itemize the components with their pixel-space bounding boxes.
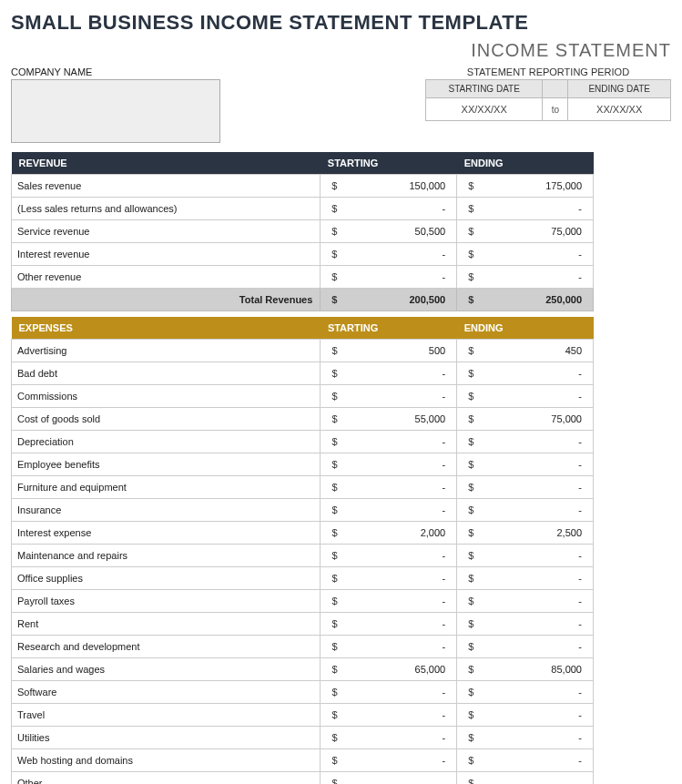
currency-symbol: $ — [468, 271, 473, 282]
expenses-row-label: Office supplies — [12, 567, 321, 590]
expenses-row-start[interactable]: - — [443, 778, 446, 784]
expenses-row-end[interactable]: - — [578, 732, 582, 743]
currency-symbol: $ — [468, 573, 473, 584]
expenses-row-end[interactable]: - — [578, 687, 582, 697]
expenses-row-end[interactable]: 75,000 — [551, 413, 582, 424]
currency-symbol: $ — [468, 368, 473, 379]
table-row: Utilities$-$- — [12, 727, 594, 749]
expenses-row-start[interactable]: 65,000 — [415, 664, 446, 675]
expenses-row-end[interactable]: - — [578, 504, 582, 515]
expenses-row-end[interactable]: - — [578, 709, 582, 720]
expenses-row-end[interactable]: - — [578, 755, 582, 766]
expenses-row-start[interactable]: - — [443, 368, 446, 379]
expenses-row-end[interactable]: - — [578, 459, 582, 470]
currency-symbol: $ — [468, 294, 473, 305]
starting-date-value[interactable]: XX/XX/XX — [426, 98, 543, 121]
revenue-row-label: (Less sales returns and allowances) — [12, 198, 321, 220]
table-row: Salaries and wages$65,000$85,000 — [12, 658, 594, 681]
table-row: Other$-$- — [12, 772, 594, 785]
currency-symbol: $ — [331, 459, 337, 470]
revenue-row-start[interactable]: - — [443, 271, 446, 282]
expenses-row-end[interactable]: 85,000 — [551, 664, 582, 675]
expenses-row-label: Insurance — [12, 499, 321, 522]
expenses-row-label: Travel — [12, 704, 321, 727]
expenses-row-start[interactable]: 55,000 — [415, 413, 446, 424]
currency-symbol: $ — [331, 413, 337, 424]
expenses-row-start[interactable]: - — [443, 755, 446, 766]
expenses-row-start[interactable]: - — [443, 618, 446, 629]
expenses-row-start[interactable]: - — [443, 391, 446, 402]
revenue-row-start[interactable]: - — [443, 249, 446, 260]
currency-symbol: $ — [468, 778, 473, 784]
expenses-row-start[interactable]: - — [443, 687, 446, 697]
expenses-row-start[interactable]: - — [443, 596, 446, 606]
expenses-row-label: Utilities — [12, 727, 321, 749]
expenses-row-label: Other — [12, 772, 321, 785]
table-row: Sales revenue$150,000$175,000 — [12, 175, 594, 198]
currency-symbol: $ — [468, 203, 473, 214]
revenue-row-end[interactable]: 75,000 — [551, 226, 582, 237]
expenses-row-start[interactable]: - — [443, 732, 446, 743]
currency-symbol: $ — [468, 527, 473, 538]
revenue-row-start[interactable]: 150,000 — [409, 180, 445, 191]
currency-symbol: $ — [468, 596, 473, 606]
currency-symbol: $ — [331, 755, 337, 766]
expenses-row-end[interactable]: - — [578, 778, 582, 784]
currency-symbol: $ — [331, 596, 337, 606]
expenses-row-end[interactable]: - — [578, 550, 582, 561]
table-row: Bad debt$-$- — [12, 362, 594, 385]
expenses-row-end[interactable]: - — [578, 573, 582, 584]
expenses-row-end[interactable]: - — [578, 391, 582, 402]
company-name-label: COMPANY NAME — [11, 66, 220, 77]
expenses-row-start[interactable]: - — [443, 482, 446, 493]
expenses-row-start[interactable]: - — [443, 641, 446, 652]
revenue-header: REVENUE — [12, 152, 321, 175]
expenses-row-start[interactable]: - — [443, 709, 446, 720]
revenue-row-start[interactable]: - — [443, 203, 446, 214]
ending-date-label: ENDING DATE — [568, 80, 671, 98]
expenses-header: EXPENSES — [12, 317, 321, 340]
expenses-ending-header: ENDING — [457, 317, 594, 340]
expenses-row-start[interactable]: 500 — [429, 345, 445, 356]
table-row: Web hosting and domains$-$- — [12, 749, 594, 772]
currency-symbol: $ — [468, 709, 473, 720]
currency-symbol: $ — [468, 413, 473, 424]
currency-symbol: $ — [468, 482, 473, 493]
expenses-row-start[interactable]: - — [443, 573, 446, 584]
expenses-row-end[interactable]: - — [578, 368, 582, 379]
expenses-row-start[interactable]: - — [443, 459, 446, 470]
ending-date-value[interactable]: XX/XX/XX — [568, 98, 671, 121]
currency-symbol: $ — [468, 504, 473, 515]
currency-symbol: $ — [331, 345, 337, 356]
revenue-row-end[interactable]: 175,000 — [545, 180, 582, 191]
currency-symbol: $ — [331, 482, 337, 493]
revenue-row-end[interactable]: - — [578, 203, 582, 214]
revenue-row-label: Sales revenue — [12, 175, 321, 198]
expenses-row-label: Depreciation — [12, 431, 321, 453]
currency-symbol: $ — [468, 687, 473, 697]
expenses-row-end[interactable]: 450 — [565, 345, 582, 356]
expenses-row-end[interactable]: - — [578, 436, 582, 447]
revenue-row-end[interactable]: - — [578, 271, 582, 282]
expenses-row-start[interactable]: - — [443, 436, 446, 447]
currency-symbol: $ — [468, 249, 473, 260]
expenses-row-start[interactable]: - — [443, 504, 446, 515]
expenses-row-start[interactable]: 2,000 — [421, 527, 446, 538]
expenses-row-end[interactable]: - — [578, 618, 582, 629]
expenses-row-label: Research and development — [12, 636, 321, 658]
company-name-input[interactable] — [11, 79, 220, 143]
currency-symbol: $ — [331, 203, 337, 214]
revenue-row-label: Service revenue — [12, 220, 321, 243]
revenue-row-start[interactable]: 50,500 — [415, 226, 446, 237]
expenses-row-start[interactable]: - — [443, 550, 446, 561]
expenses-row-end[interactable]: - — [578, 641, 582, 652]
expenses-row-end[interactable]: - — [578, 482, 582, 493]
revenue-row-end[interactable]: - — [578, 249, 582, 260]
currency-symbol: $ — [331, 618, 337, 629]
expenses-row-label: Rent — [12, 613, 321, 636]
expenses-row-end[interactable]: - — [578, 596, 582, 606]
expenses-row-end[interactable]: 2,500 — [556, 527, 582, 538]
currency-symbol: $ — [468, 755, 473, 766]
period-to: to — [543, 98, 568, 121]
currency-symbol: $ — [468, 550, 473, 561]
